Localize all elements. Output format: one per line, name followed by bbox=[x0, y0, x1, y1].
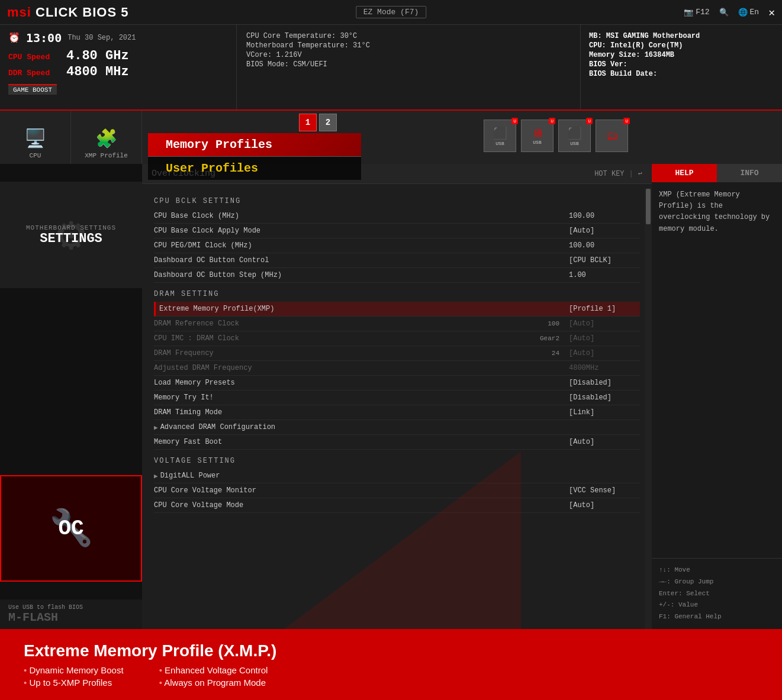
feature-2: Up to 5-XMP Profiles bbox=[24, 678, 124, 688]
scroll-indicator bbox=[645, 188, 652, 629]
back-icon[interactable]: ↩ bbox=[638, 169, 642, 178]
mflash-sub-label: Use USB to flash BIOS bbox=[8, 604, 134, 611]
right-panel: HELP INFO XMP (Extreme Memory Profile) i… bbox=[652, 164, 782, 629]
settings-bg: Motherboard settings SETTINGS bbox=[0, 182, 142, 288]
help-info-tabs: HELP INFO bbox=[652, 164, 782, 182]
main-content: Motherboard settings SETTINGS OC Use USB… bbox=[0, 164, 782, 629]
settings-sub-label: Motherboard settings bbox=[26, 224, 116, 231]
setting-cpu-core-volt-monitor[interactable]: CPU Core Voltage Monitor [VCC Sense] bbox=[154, 483, 640, 498]
setting-dashboard-oc-step[interactable]: Dashboard OC Button Step (MHz) 1.00 bbox=[154, 268, 640, 283]
setting-cpu-core-volt-mode[interactable]: CPU Core Voltage Mode [Auto] bbox=[154, 498, 640, 513]
usb-icon-1[interactable]: U ⬛ USB bbox=[484, 120, 516, 152]
clock-time: 13:00 bbox=[26, 31, 62, 45]
profile-tabs: 1 2 Memory Profiles User Profiles bbox=[148, 111, 361, 180]
memory-profiles-tab[interactable]: Memory Profiles bbox=[148, 133, 361, 156]
clock-date: Thu 30 Sep, 2021 bbox=[67, 34, 136, 42]
settings-section[interactable]: Motherboard settings SETTINGS bbox=[0, 182, 142, 288]
nav-xmp[interactable]: 🧩 XMP Profile bbox=[71, 111, 142, 164]
help-content: XMP (Extreme Memory Profile) is the over… bbox=[652, 182, 782, 558]
setting-mem-fast-boot[interactable]: Memory Fast Boot [Auto] bbox=[154, 435, 640, 450]
language-button[interactable]: 🌐 En bbox=[738, 8, 760, 17]
setting-cpu-base-clock-mode[interactable]: CPU Base Clock Apply Mode [Auto] bbox=[154, 224, 640, 238]
ez-mode-button[interactable]: EZ Mode (F7) bbox=[356, 6, 427, 18]
nav-bar: 🖥️ CPU 🧩 XMP Profile 1 2 Memory Profiles… bbox=[0, 111, 782, 164]
dram-section-header: DRAM Setting bbox=[154, 290, 640, 298]
setting-digitall-power[interactable]: ▶ DigitALL Power bbox=[154, 469, 640, 483]
features-right: Enhanced Voltage Control Always on Progr… bbox=[159, 665, 268, 688]
setting-cpu-base-clock[interactable]: CPU Base Clock (MHz) 100.00 bbox=[154, 209, 640, 224]
game-boost-label[interactable]: GAME BOOST bbox=[8, 84, 57, 95]
screenshot-button[interactable]: 📷 F12 bbox=[684, 8, 709, 17]
setting-adv-dram-config[interactable]: ▶ Advanced DRAM Configuration bbox=[154, 420, 640, 435]
cpu-speed-value: 4.80 GHz bbox=[66, 49, 129, 63]
top-bar: msi CLICK BIOS 5 EZ Mode (F7) 📷 F12 🔍 🌐 … bbox=[0, 0, 782, 25]
oc-button[interactable]: OC bbox=[0, 475, 142, 582]
setting-dram-timing-mode[interactable]: DRAM Timing Mode [Link] bbox=[154, 405, 640, 420]
key-help: F1: General Help bbox=[659, 611, 775, 623]
feature-1: Dynamic Memory Boost bbox=[24, 665, 124, 675]
cpu-bclk-section-header: CPU BCLK Setting bbox=[154, 197, 640, 205]
bios-build-line: BIOS Build Date: bbox=[589, 70, 774, 78]
mflash-section[interactable]: Use USB to flash BIOS M-FLASH bbox=[0, 599, 142, 629]
globe-icon: 🌐 bbox=[738, 8, 748, 17]
features-left: Dynamic Memory Boost Up to 5-XMP Profile… bbox=[24, 665, 124, 688]
close-button[interactable]: ✕ bbox=[768, 6, 775, 19]
oc-label: OC bbox=[58, 517, 83, 541]
setting-dram-freq[interactable]: DRAM Frequency 24 [Auto] bbox=[154, 346, 640, 361]
feature-4: Always on Program Mode bbox=[159, 678, 268, 688]
xmp-num-2[interactable]: 2 bbox=[319, 114, 337, 131]
top-right-controls: 📷 F12 🔍 🌐 En ✕ bbox=[684, 6, 775, 19]
help-tab[interactable]: HELP bbox=[652, 164, 717, 182]
cpu-icon: 🖥️ bbox=[24, 128, 46, 150]
mflash-title-label: M-FLASH bbox=[8, 611, 134, 624]
cpu-nav-label: CPU bbox=[30, 152, 41, 159]
usb-badge-2: U bbox=[549, 118, 555, 124]
bottom-features: Dynamic Memory Boost Up to 5-XMP Profile… bbox=[24, 665, 758, 688]
setting-cpu-imc-dram[interactable]: CPU IMC : DRAM Clock Gear2 [Auto] bbox=[154, 331, 640, 346]
settings-title-label: SETTINGS bbox=[40, 231, 102, 246]
settings-list: CPU BCLK Setting CPU Base Clock (MHz) 10… bbox=[142, 184, 652, 625]
arrow-icon: ▶ bbox=[154, 424, 158, 431]
key-move: ↑↓: Move bbox=[659, 564, 775, 576]
mb-info-line: MB: MSI GAMING Motherboard bbox=[589, 32, 774, 40]
usb-icon-3[interactable]: U ⬛ USB bbox=[558, 120, 591, 152]
usb-icon-4[interactable]: U 🗂 bbox=[596, 120, 628, 152]
mb-temp-line: Motherboard Temperature: 31°C bbox=[246, 41, 571, 50]
hotkey-separator: | bbox=[629, 170, 633, 178]
xmp-nav-label: XMP Profile bbox=[85, 152, 128, 159]
clock-icon: ⏰ bbox=[8, 32, 20, 44]
setting-adj-dram-freq: Adjusted DRAM Frequency 4800MHz bbox=[154, 361, 640, 376]
cpu-speed-label: CPU Speed bbox=[8, 53, 62, 62]
setting-dashboard-oc-control[interactable]: Dashboard OC Button Control [CPU BCLK] bbox=[154, 253, 640, 268]
setting-xmp[interactable]: Extreme Memory Profile(XMP) [Profile 1] bbox=[154, 302, 640, 317]
usb-badge-4: U bbox=[623, 118, 630, 124]
app-logo: msi CLICK BIOS 5 bbox=[7, 5, 129, 20]
bottom-section: Extreme Memory Profile (X.M.P.) Dynamic … bbox=[0, 629, 782, 700]
ddr-speed-row: DDR Speed 4800 MHz bbox=[8, 64, 228, 79]
left-sidebar: Motherboard settings SETTINGS OC Use USB… bbox=[0, 164, 142, 629]
info-tab[interactable]: INFO bbox=[717, 164, 782, 182]
user-profiles-tab[interactable]: User Profiles bbox=[148, 156, 361, 180]
setting-cpu-peg-dmi[interactable]: CPU PEG/DMI Clock (MHz) 100.00 bbox=[154, 238, 640, 253]
status-right: MB: MSI GAMING Motherboard CPU: Intel(R)… bbox=[581, 25, 782, 109]
vcore-line: VCore: 1.216V bbox=[246, 51, 571, 59]
setting-dram-ref-clock[interactable]: DRAM Reference Clock 100 [Auto] bbox=[154, 317, 640, 331]
feature-3: Enhanced Voltage Control bbox=[159, 665, 268, 675]
cpu-info-line: CPU: Intel(R) Core(TM) bbox=[589, 41, 774, 50]
status-bar: ⏰ 13:00 Thu 30 Sep, 2021 CPU Speed 4.80 … bbox=[0, 25, 782, 111]
scroll-thumb[interactable] bbox=[646, 189, 651, 224]
search-button[interactable]: 🔍 bbox=[719, 8, 729, 17]
key-select: Enter: Select bbox=[659, 588, 775, 600]
setting-memory-try-it[interactable]: Memory Try It! [Disabled] bbox=[154, 391, 640, 405]
hotkey-area: HOT KEY | ↩ bbox=[594, 169, 642, 178]
usb-icon-2[interactable]: U 🖥 USB bbox=[521, 120, 553, 152]
setting-load-mem-presets[interactable]: Load Memory Presets [Disabled] bbox=[154, 376, 640, 391]
xmp-num-1[interactable]: 1 bbox=[299, 114, 317, 131]
search-icon: 🔍 bbox=[719, 8, 729, 17]
clock-row: ⏰ 13:00 Thu 30 Sep, 2021 bbox=[8, 31, 228, 45]
status-mid: CPU Core Temperature: 30°C Motherboard T… bbox=[237, 25, 581, 109]
nav-cpu[interactable]: 🖥️ CPU bbox=[0, 111, 71, 164]
bios-ver-line: BIOS Ver: bbox=[589, 60, 774, 69]
usb-badge-3: U bbox=[586, 118, 593, 124]
bios-mode-line: BIOS Mode: CSM/UEFI bbox=[246, 60, 571, 69]
